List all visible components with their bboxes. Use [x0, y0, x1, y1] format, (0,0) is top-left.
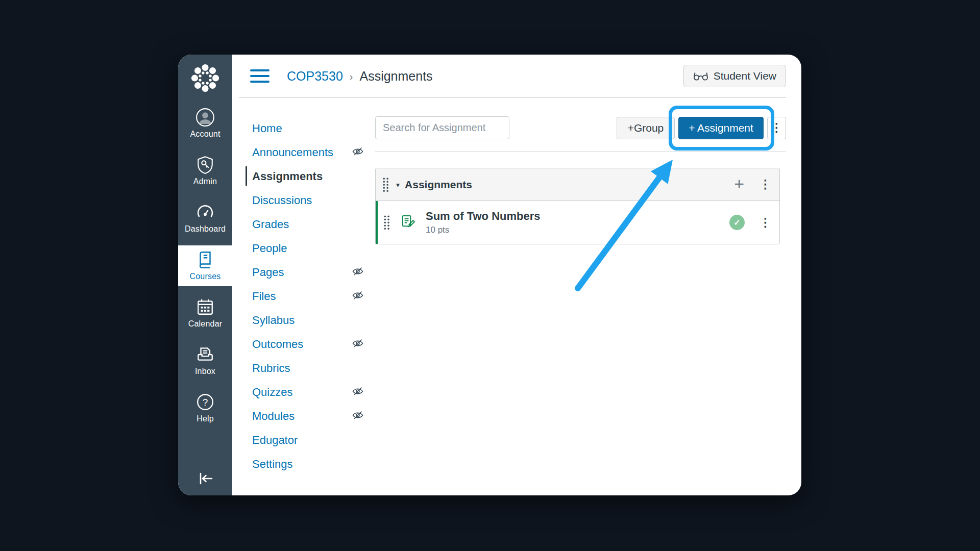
- main-area: COP3530 › Assignments Student View Home …: [232, 55, 801, 495]
- toolbar-buttons: +Group + Assignment ⋮: [617, 117, 786, 139]
- global-nav-sidebar: Account Admin Dashboard Courses Calendar…: [178, 55, 232, 495]
- course-nav-item-home[interactable]: Home: [252, 116, 375, 140]
- assignments-toolbar: +Group + Assignment ⋮: [375, 116, 786, 139]
- global-nav-item-dashboard[interactable]: Dashboard: [178, 198, 232, 239]
- hidden-eye-icon: [352, 145, 364, 158]
- course-nav-item-syllabus[interactable]: Syllabus: [252, 308, 375, 332]
- course-nav-item-edugator[interactable]: Edugator: [252, 428, 375, 452]
- add-assignment-button[interactable]: + Assignment: [678, 117, 764, 139]
- add-group-button[interactable]: +Group: [617, 117, 675, 139]
- calendar-icon: [195, 297, 215, 317]
- assignment-group-header: ▾ Assignments + ⋮: [376, 168, 779, 201]
- add-assignment-to-group-button[interactable]: +: [734, 175, 744, 194]
- course-nav-item-pages[interactable]: Pages: [252, 260, 375, 284]
- hidden-eye-icon: [352, 289, 364, 302]
- inbox-icon: [195, 345, 215, 364]
- search-input[interactable]: [375, 116, 509, 139]
- global-nav-item-calendar[interactable]: Calendar: [178, 293, 232, 334]
- assignment-row: Sum of Two Numbers 10 pts ✓ ⋮: [376, 201, 779, 244]
- toolbar-divider: [375, 151, 786, 152]
- course-nav-item-outcomes[interactable]: Outcomes: [252, 332, 375, 356]
- assignments-panel: +Group + Assignment ⋮ ▾ Assignments + ⋮: [375, 116, 786, 476]
- assignment-group-title: Assignments: [405, 179, 472, 191]
- page-header: COP3530 › Assignments Student View: [250, 55, 786, 97]
- course-nav-item-settings[interactable]: Settings: [252, 452, 375, 476]
- assignment-type-icon: [400, 214, 416, 231]
- svg-text:?: ?: [203, 397, 208, 408]
- assignment-title[interactable]: Sum of Two Numbers: [426, 210, 541, 223]
- hamburger-bar: [250, 75, 270, 77]
- hidden-eye-icon: [352, 265, 364, 278]
- breadcrumb-current-page: Assignments: [359, 69, 432, 84]
- dashboard-icon: [195, 203, 215, 222]
- global-nav-item-inbox[interactable]: Inbox: [178, 340, 232, 381]
- course-nav: Home Announcements Assignments Discussio…: [250, 116, 375, 476]
- course-nav-item-modules[interactable]: Modules: [252, 404, 375, 428]
- toolbar-kebab-menu-button[interactable]: ⋮: [767, 117, 786, 139]
- course-nav-item-quizzes[interactable]: Quizzes: [252, 380, 375, 404]
- glasses-icon: [693, 71, 708, 81]
- breadcrumb-course-link[interactable]: COP3530: [287, 69, 343, 84]
- student-view-button[interactable]: Student View: [683, 65, 786, 87]
- course-nav-item-announcements[interactable]: Announcements: [252, 140, 375, 164]
- courses-icon: [195, 250, 215, 269]
- assignment-group: ▾ Assignments + ⋮ Sum of Two Numbers 10 …: [375, 168, 780, 244]
- course-nav-item-people[interactable]: People: [252, 236, 375, 260]
- hidden-eye-icon: [352, 385, 364, 397]
- assignment-kebab-menu-button[interactable]: ⋮: [760, 217, 771, 229]
- collapse-sidebar-button[interactable]: [195, 470, 215, 487]
- canvas-logo-icon[interactable]: [190, 63, 220, 93]
- hidden-eye-icon: [352, 409, 364, 421]
- course-nav-item-grades[interactable]: Grades: [252, 212, 375, 236]
- published-status-button[interactable]: ✓: [729, 215, 745, 230]
- course-nav-item-discussions[interactable]: Discussions: [252, 188, 375, 212]
- global-nav-items: Account Admin Dashboard Courses Calendar…: [178, 103, 232, 429]
- collapse-group-caret-icon[interactable]: ▾: [396, 181, 400, 189]
- account-icon: [195, 108, 215, 127]
- hidden-eye-icon: [352, 337, 364, 349]
- student-view-label: Student View: [714, 70, 776, 82]
- assignment-points: 10 pts: [426, 225, 541, 235]
- canvas-app-window: Account Admin Dashboard Courses Calendar…: [178, 55, 801, 495]
- course-content: Home Announcements Assignments Discussio…: [250, 98, 786, 476]
- help-icon: ?: [195, 392, 215, 412]
- assignment-link[interactable]: Sum of Two Numbers 10 pts: [426, 210, 541, 235]
- course-nav-item-assignments[interactable]: Assignments: [252, 164, 375, 188]
- course-nav-item-files[interactable]: Files: [252, 284, 375, 308]
- global-nav-item-admin[interactable]: Admin: [178, 151, 232, 191]
- group-kebab-menu-button[interactable]: ⋮: [760, 179, 771, 190]
- drag-handle-icon[interactable]: [383, 215, 390, 230]
- hamburger-bar: [250, 81, 270, 83]
- course-nav-item-rubrics[interactable]: Rubrics: [252, 356, 375, 380]
- global-nav-item-help[interactable]: ? Help: [178, 388, 232, 429]
- global-nav-item-courses[interactable]: Courses: [178, 245, 232, 286]
- desktop-background: Account Admin Dashboard Courses Calendar…: [0, 0, 980, 551]
- breadcrumb: COP3530 › Assignments: [287, 69, 433, 84]
- drag-handle-icon[interactable]: [382, 177, 389, 192]
- admin-icon: [195, 155, 215, 174]
- hamburger-bar: [250, 69, 270, 71]
- breadcrumb-separator-icon: ›: [350, 70, 353, 83]
- global-nav-item-account[interactable]: Account: [178, 103, 232, 144]
- hamburger-menu-button[interactable]: [250, 69, 270, 83]
